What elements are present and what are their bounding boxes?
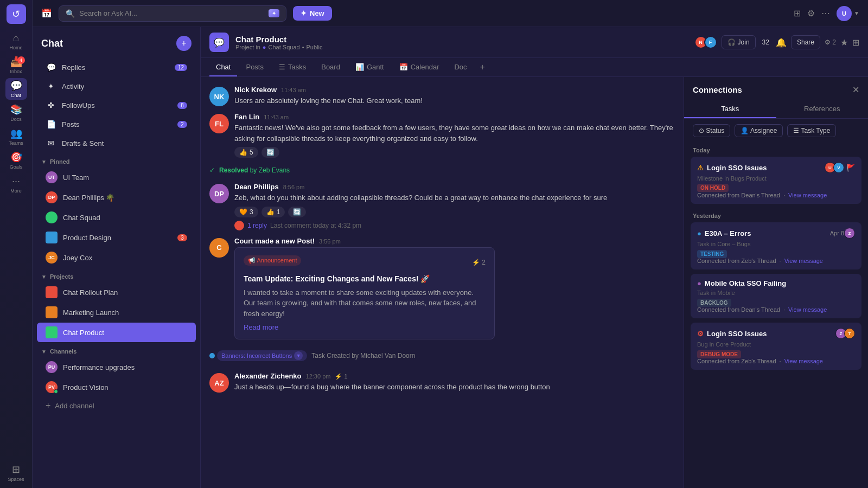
- fan-header: Fan Lin 11:43 am: [234, 113, 675, 121]
- reaction-refresh[interactable]: 🔄: [261, 147, 279, 158]
- reaction-heart[interactable]: 🧡 3: [234, 207, 258, 217]
- login2-badge-row: DEBUG MODE: [697, 350, 855, 358]
- more-label: More: [10, 188, 22, 194]
- task-badge[interactable]: Banners: Incorrect Buttons ▼: [217, 350, 307, 361]
- layout-icon[interactable]: ⊞: [852, 37, 859, 48]
- pinned-section-header[interactable]: ▼ Pinned: [33, 153, 200, 167]
- login2-footer: Connected from Zeb's Thread · View messa…: [697, 358, 855, 364]
- announcement-react: ⚡ 2: [472, 259, 486, 266]
- reply-info[interactable]: 1 reply Last comment today at 4:32 pm: [234, 221, 675, 230]
- apps-icon[interactable]: ⋯: [821, 8, 830, 18]
- conn-tab-tasks[interactable]: Tasks: [684, 100, 776, 118]
- new-button[interactable]: ✦ New: [293, 6, 332, 21]
- join-button[interactable]: 🎧 Join: [722, 35, 756, 49]
- login2-link[interactable]: View message: [784, 358, 823, 364]
- okta-link[interactable]: View message: [788, 306, 827, 313]
- marketing-launch-label: Marketing Launch: [63, 309, 187, 317]
- sidebar-item-chat-product[interactable]: Chat Product: [37, 323, 196, 342]
- tab-posts[interactable]: Posts: [239, 58, 270, 76]
- task-bar: Banners: Incorrect Buttons ▼ Task Create…: [209, 346, 675, 365]
- inbox-badge: 4: [17, 56, 25, 64]
- sidebar-item-replies[interactable]: 💬 Replies 12: [37, 58, 196, 76]
- tab-calendar[interactable]: 📅Calendar: [393, 58, 446, 76]
- projects-section-header[interactable]: ▼ Projects: [33, 268, 200, 282]
- sidebar-item-chat[interactable]: 💬 Chat: [5, 78, 27, 100]
- reaction-thumbsup[interactable]: 👍 5: [234, 147, 258, 158]
- sidebar-item-home[interactable]: ⌂ Home: [5, 30, 27, 52]
- sidebar: Chat + 💬 Replies 12 ✦ Activity ✤ FollowU…: [33, 27, 201, 488]
- sidebar-item-product-vision[interactable]: PV Product Vision: [37, 377, 196, 397]
- login-sso-link[interactable]: View message: [788, 192, 827, 198]
- sidebar-item-inbox[interactable]: 4 📥 Inbox: [5, 54, 27, 76]
- perf-label: Performance upgrades: [63, 363, 187, 371]
- channel-subtitle: Project in ● Chat Squad • Public: [235, 44, 688, 50]
- sidebar-item-joey-cox[interactable]: JC Joey Cox: [37, 248, 196, 267]
- login-sso-badge-row: ON HOLD: [697, 184, 855, 192]
- okta-badge: BACKLOG: [697, 299, 731, 307]
- member-avatars: N F: [694, 36, 717, 49]
- sidebar-item-chat-rollout[interactable]: Chat Rollout Plan: [37, 282, 196, 302]
- conn-item-login-sso-2[interactable]: ⚙ Login SSO Issues Z T Bug in Core Produ…: [691, 323, 861, 370]
- conn-item-mobile-okta[interactable]: ● Mobile Okta SSO Failing Task in Mobile…: [691, 274, 861, 318]
- share-button[interactable]: Share: [791, 35, 820, 49]
- star-icon[interactable]: ★: [840, 37, 848, 48]
- more-icon: ···: [12, 176, 20, 187]
- sidebar-item-spaces[interactable]: ⊞ Spaces: [5, 462, 27, 484]
- sidebar-item-activity[interactable]: ✦ Activity: [37, 77, 196, 95]
- task-badge-chevron[interactable]: ▼: [294, 351, 303, 360]
- filter-status[interactable]: ⊙ Status: [693, 124, 730, 137]
- sidebar-item-marketing-launch[interactable]: Marketing Launch: [37, 303, 196, 322]
- conn-login2-title: ⚙ Login SSO Issues: [697, 330, 767, 338]
- e30a-icon: ●: [697, 229, 701, 237]
- e30a-link[interactable]: View message: [784, 258, 823, 264]
- add-tab-button[interactable]: +: [476, 58, 489, 76]
- reaction-up[interactable]: 👍 1: [261, 207, 285, 217]
- grid-icon[interactable]: ⊞: [794, 8, 801, 18]
- alex-time: 12:30 pm: [306, 373, 331, 380]
- sidebar-item-teams[interactable]: 👥 Teams: [5, 126, 27, 147]
- user-menu[interactable]: U ▼: [837, 6, 859, 21]
- sidebar-item-more[interactable]: ··· More: [5, 174, 27, 195]
- sidebar-item-product-design[interactable]: Product Design 3: [37, 228, 196, 247]
- tab-tasks[interactable]: ☰Tasks: [272, 58, 312, 76]
- sidebar-item-perf-upgrades[interactable]: PU Performance upgrades: [37, 357, 196, 377]
- channel-header: 💬 Chat Product Project in ● Chat Squad •…: [201, 27, 868, 58]
- sidebar-item-followups[interactable]: ✤ FollowUps 8: [37, 96, 196, 114]
- bell-icon[interactable]: 🔔: [776, 37, 787, 48]
- filter-task-type[interactable]: ☰ Task Type: [787, 124, 836, 137]
- sidebar-item-chat-squad[interactable]: Chat Squad: [37, 208, 196, 227]
- channels-section-header[interactable]: ▼ Channels: [33, 343, 200, 357]
- conn-tab-references[interactable]: References: [776, 100, 869, 118]
- login-flag: 🚩: [846, 164, 855, 172]
- alex-header: Alexander Zichenko 12:30 pm ⚡ 1: [234, 372, 675, 380]
- tab-chat[interactable]: Chat: [209, 58, 237, 76]
- add-channel-button[interactable]: + Add channel: [37, 397, 196, 414]
- sidebar-item-dean-phillips[interactable]: DP Dean Phillips 🌴: [37, 188, 196, 207]
- tab-board[interactable]: Board: [315, 58, 347, 76]
- sidebar-add-button[interactable]: +: [176, 36, 192, 51]
- filter-assignee[interactable]: 👤 Assignee: [735, 124, 783, 137]
- conn-item-login-sso[interactable]: ⚠ Login SSO Issues U V 🚩 Milestone in Bu…: [691, 157, 861, 204]
- read-more-link[interactable]: Read more: [244, 323, 486, 331]
- sidebar-item-goals[interactable]: 🎯 Goals: [5, 150, 27, 171]
- settings-icon[interactable]: ⚙: [807, 8, 815, 18]
- sidebar-item-drafts[interactable]: ✉ Drafts & Sent: [37, 134, 196, 152]
- sidebar-header: Chat +: [33, 27, 200, 57]
- sidebar-item-docs[interactable]: 📚 Docs: [5, 102, 27, 124]
- sidebar-item-posts[interactable]: 📄 Posts 2: [37, 115, 196, 133]
- task-created-text: Task Created by Michael Van Doorn: [311, 352, 415, 359]
- tab-doc[interactable]: Doc: [448, 58, 473, 76]
- connections-filters: ⊙ Status 👤 Assignee ☰ Task Type: [684, 119, 868, 143]
- conn-item-e30a[interactable]: ● E30A – Errors Apr 8 Z Task in Core – B…: [691, 222, 861, 269]
- followups-badge: 8: [177, 102, 187, 109]
- okta-icon: ●: [697, 279, 701, 287]
- connections-close-button[interactable]: ✕: [852, 85, 859, 95]
- app-logo[interactable]: ↺: [7, 4, 26, 24]
- reply-avatar: [234, 221, 244, 230]
- sidebar-item-ui-team[interactable]: UT UI Team: [37, 168, 196, 187]
- calendar-icon[interactable]: 📅: [41, 8, 52, 18]
- reaction-cycle[interactable]: 🔄: [288, 207, 306, 217]
- nick-text: Users are absolutely loving the new Chat…: [234, 95, 675, 106]
- tab-gantt[interactable]: 📊Gantt: [349, 58, 391, 76]
- search-bar[interactable]: 🔍 Search or Ask AI... ✦: [59, 5, 286, 22]
